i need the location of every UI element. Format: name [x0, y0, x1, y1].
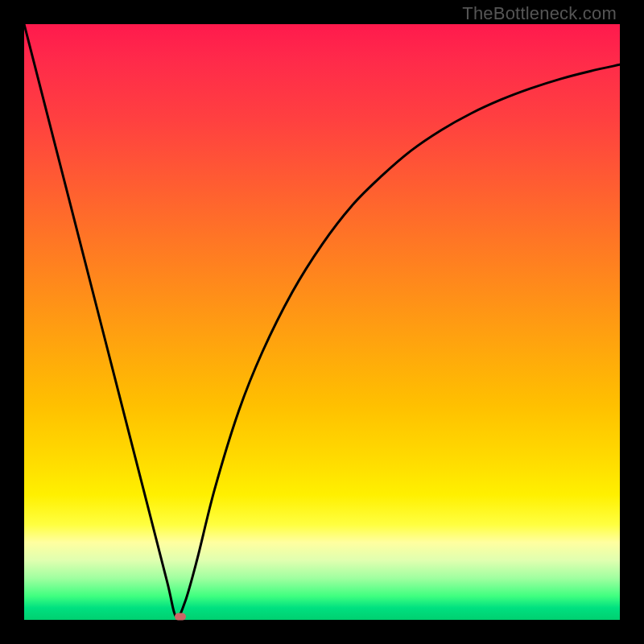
bottleneck-curve [24, 24, 620, 617]
chart-frame: TheBottleneck.com [0, 0, 644, 644]
chart-svg [24, 24, 620, 620]
minimum-marker [175, 613, 186, 620]
watermark-text: TheBottleneck.com [462, 3, 617, 24]
plot-area [24, 24, 620, 620]
